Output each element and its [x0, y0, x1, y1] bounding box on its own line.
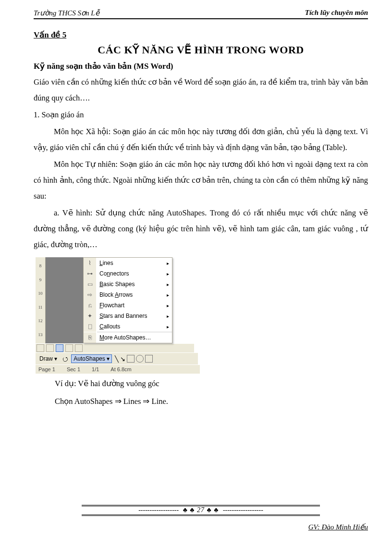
header-left: Trường THCS Sơn Lễ: [34, 9, 99, 17]
connectors-icon: ⊶: [84, 268, 97, 279]
view-icon[interactable]: [37, 344, 44, 352]
view-icon[interactable]: [56, 344, 63, 352]
document-canvas: [46, 257, 83, 343]
status-pages: 1/1: [92, 366, 99, 372]
autoshapes-menu: ⌇ Lines ▸ ⊶ Connectors ▸ ▭ Basic Shapes …: [83, 257, 172, 343]
vertical-ruler: 13 12 11 10 9 8: [36, 257, 46, 343]
word-autoshapes-screenshot: 13 12 11 10 9 8 ⌇ Lines ▸ ⊶ Connectors ▸: [36, 257, 194, 374]
pointer-icon[interactable]: ⭯: [62, 355, 68, 363]
topic-label: Vấn đề 5: [34, 30, 368, 40]
page-header: Trường THCS Sơn Lễ Tích lũy chuyên môn: [34, 9, 368, 19]
chevron-right-icon: ▸: [167, 271, 169, 276]
example-1: Ví dụ: Vẽ hai đường vuông góc: [55, 376, 368, 391]
draw-menu-button[interactable]: Draw ▾: [37, 355, 59, 363]
section-1: 1. Soạn giáo án: [34, 107, 368, 123]
view-icon[interactable]: [46, 344, 54, 352]
rect-tool-icon[interactable]: [127, 355, 135, 363]
footer-author: GV: Đào Minh Hiếu: [34, 523, 368, 531]
block-arrows-icon: ⇨: [84, 289, 97, 300]
menu-item-more-autoshapes[interactable]: ⎘ More AutoShapes…: [84, 332, 172, 343]
status-bar: Page 1 Sec 1 1/1 At 6.8cm: [36, 364, 200, 374]
chevron-right-icon: ▸: [167, 261, 169, 266]
drawing-toolbar: Draw ▾ ⭯ AutoShapes ▾ ╲ ↘: [36, 352, 198, 364]
line-tool-icon[interactable]: ╲: [115, 355, 119, 363]
footer-decoration: ♣ ♣ 27 ♣ ♣: [136, 506, 265, 514]
paragraph-vehinh: a. Vẽ hình: Sử dụng chức năng AutoShapes…: [34, 205, 368, 252]
header-right: Tích lũy chuyên môn: [305, 9, 368, 17]
callouts-icon: ⎕: [84, 321, 97, 332]
menu-item-callouts[interactable]: ⎕ Callouts ▸: [84, 321, 172, 332]
lines-icon: ⌇: [84, 258, 97, 268]
chevron-right-icon: ▸: [167, 314, 169, 319]
stars-icon: ✦: [84, 311, 97, 321]
autoshapes-button[interactable]: AutoShapes ▾: [71, 354, 112, 363]
arrow-tool-icon[interactable]: ↘: [120, 355, 125, 363]
oval-tool-icon[interactable]: [136, 355, 144, 363]
flowchart-icon: ⎌: [84, 300, 97, 311]
example-2: Chọn AutoShapes ⇒ Lines ⇒ Line.: [55, 393, 368, 409]
view-icon[interactable]: [75, 344, 83, 352]
subtitle: Kỹ năng soạn thảo văn bản (MS Word): [34, 61, 368, 71]
paragraph-intro: Giáo viên cần có những kiến thức cơ bản …: [34, 74, 368, 106]
status-page: Page 1: [38, 366, 55, 372]
menu-item-stars-banners[interactable]: ✦ Stars and Banners ▸: [84, 311, 172, 321]
chevron-right-icon: ▸: [167, 324, 169, 329]
chevron-right-icon: ▸: [167, 303, 169, 308]
page-title: CÁC KỸ NĂNG VẼ HÌNH TRONG WORD: [34, 44, 368, 56]
page-footer: ♣ ♣ 27 ♣ ♣ GV: Đào Minh Hiếu: [34, 505, 368, 531]
menu-item-block-arrows[interactable]: ⇨ Block Arrows ▸: [84, 289, 172, 300]
status-sec: Sec 1: [67, 366, 80, 372]
chevron-right-icon: ▸: [167, 282, 169, 287]
basic-shapes-icon: ▭: [84, 279, 97, 289]
chevron-right-icon: ▸: [167, 292, 169, 298]
menu-item-connectors[interactable]: ⊶ Connectors ▸: [84, 268, 172, 279]
menu-item-flowchart[interactable]: ⎌ Flowchart ▸: [84, 300, 172, 311]
more-shapes-icon: ⎘: [84, 332, 97, 343]
menu-item-basic-shapes[interactable]: ▭ Basic Shapes ▸: [84, 279, 172, 289]
view-icon[interactable]: [65, 344, 73, 352]
paragraph-xahoi: Môn học Xã hội: Soạn giáo án các môn học…: [34, 124, 368, 155]
textbox-tool-icon[interactable]: [145, 355, 153, 363]
paragraph-tunhien: Môn học Tự nhiên: Soạn giáo án các môn h…: [34, 156, 368, 204]
menu-item-lines[interactable]: ⌇ Lines ▸: [84, 258, 172, 268]
view-icon-bar: [36, 343, 194, 352]
page-number: 27: [197, 506, 205, 514]
status-at: At 6.8cm: [110, 366, 131, 372]
